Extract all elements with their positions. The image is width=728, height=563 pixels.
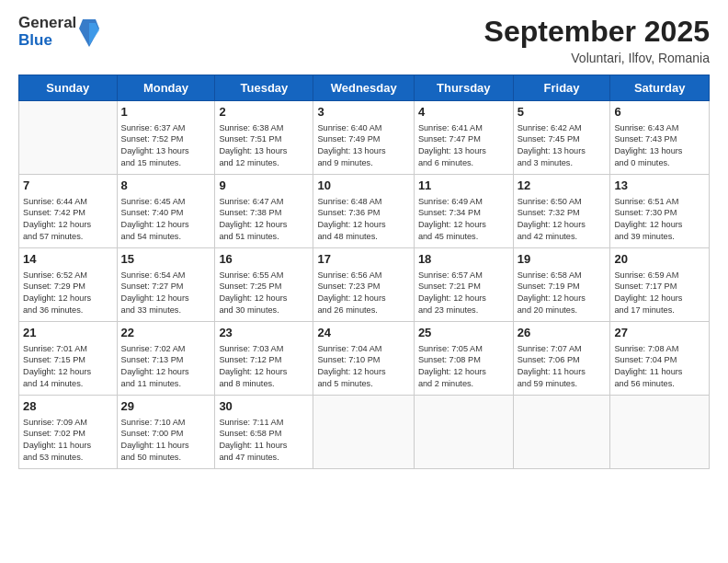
calendar-cell: 16Sunrise: 6:55 AMSunset: 7:25 PMDayligh… xyxy=(215,248,313,322)
day-number: 19 xyxy=(518,251,607,268)
calendar-cell: 28Sunrise: 7:09 AMSunset: 7:02 PMDayligh… xyxy=(19,396,118,469)
day-number: 3 xyxy=(317,104,409,121)
calendar-cell: 29Sunrise: 7:10 AMSunset: 7:00 PMDayligh… xyxy=(117,396,215,469)
day-info: Sunrise: 7:10 AMSunset: 7:00 PMDaylight:… xyxy=(121,417,211,464)
day-number: 20 xyxy=(614,251,705,268)
day-info: Sunrise: 6:42 AMSunset: 7:45 PMDaylight:… xyxy=(518,122,607,169)
day-number: 25 xyxy=(418,325,509,341)
calendar-table: Sunday Monday Tuesday Wednesday Thursday… xyxy=(18,75,710,469)
day-info: Sunrise: 6:54 AMSunset: 7:27 PMDaylight:… xyxy=(121,270,211,316)
day-info: Sunrise: 6:47 AMSunset: 7:38 PMDaylight:… xyxy=(219,196,309,243)
day-info: Sunrise: 6:49 AMSunset: 7:34 PMDaylight:… xyxy=(418,196,509,243)
day-number: 5 xyxy=(518,104,607,121)
calendar-cell: 30Sunrise: 7:11 AMSunset: 6:58 PMDayligh… xyxy=(215,396,313,469)
day-number: 6 xyxy=(614,104,705,121)
day-info: Sunrise: 6:38 AMSunset: 7:51 PMDaylight:… xyxy=(219,122,309,169)
day-info: Sunrise: 6:45 AMSunset: 7:40 PMDaylight:… xyxy=(121,196,211,243)
week-row-3: 14Sunrise: 6:52 AMSunset: 7:29 PMDayligh… xyxy=(19,248,710,322)
calendar-cell: 1Sunrise: 6:37 AMSunset: 7:52 PMDaylight… xyxy=(117,101,215,175)
col-friday: Friday xyxy=(513,75,610,101)
day-number: 22 xyxy=(121,325,211,341)
calendar-cell: 25Sunrise: 7:05 AMSunset: 7:08 PMDayligh… xyxy=(414,322,513,396)
calendar-cell: 7Sunrise: 6:44 AMSunset: 7:42 PMDaylight… xyxy=(19,175,118,248)
calendar-cell: 19Sunrise: 6:58 AMSunset: 7:19 PMDayligh… xyxy=(513,248,610,322)
calendar-cell: 9Sunrise: 6:47 AMSunset: 7:38 PMDaylight… xyxy=(215,175,313,248)
day-info: Sunrise: 7:04 AMSunset: 7:10 PMDaylight:… xyxy=(317,343,409,390)
day-number: 23 xyxy=(219,325,309,341)
calendar-cell: 21Sunrise: 7:01 AMSunset: 7:15 PMDayligh… xyxy=(19,322,118,396)
calendar-cell xyxy=(313,396,414,469)
day-number: 15 xyxy=(121,251,211,268)
calendar-cell: 11Sunrise: 6:49 AMSunset: 7:34 PMDayligh… xyxy=(414,175,513,248)
day-info: Sunrise: 6:43 AMSunset: 7:43 PMDaylight:… xyxy=(614,122,705,169)
day-number: 11 xyxy=(418,178,509,194)
day-number: 30 xyxy=(219,398,309,415)
logo-line2: Blue xyxy=(18,32,76,50)
calendar-cell: 14Sunrise: 6:52 AMSunset: 7:29 PMDayligh… xyxy=(19,248,118,322)
week-row-4: 21Sunrise: 7:01 AMSunset: 7:15 PMDayligh… xyxy=(19,322,710,396)
day-number: 18 xyxy=(418,251,509,268)
calendar-cell: 20Sunrise: 6:59 AMSunset: 7:17 PMDayligh… xyxy=(610,248,710,322)
day-number: 17 xyxy=(317,251,409,268)
day-info: Sunrise: 6:58 AMSunset: 7:19 PMDaylight:… xyxy=(518,270,607,316)
week-row-5: 28Sunrise: 7:09 AMSunset: 7:02 PMDayligh… xyxy=(19,396,710,469)
day-number: 14 xyxy=(23,251,113,268)
calendar-cell xyxy=(610,396,710,469)
calendar-cell: 24Sunrise: 7:04 AMSunset: 7:10 PMDayligh… xyxy=(313,322,414,396)
day-info: Sunrise: 6:44 AMSunset: 7:42 PMDaylight:… xyxy=(23,196,113,243)
col-thursday: Thursday xyxy=(414,75,513,101)
day-info: Sunrise: 6:50 AMSunset: 7:32 PMDaylight:… xyxy=(518,196,607,243)
calendar-cell: 26Sunrise: 7:07 AMSunset: 7:06 PMDayligh… xyxy=(513,322,610,396)
calendar-cell: 2Sunrise: 6:38 AMSunset: 7:51 PMDaylight… xyxy=(215,101,313,175)
calendar-cell: 23Sunrise: 7:03 AMSunset: 7:12 PMDayligh… xyxy=(215,322,313,396)
calendar-cell: 22Sunrise: 7:02 AMSunset: 7:13 PMDayligh… xyxy=(117,322,215,396)
day-info: Sunrise: 6:52 AMSunset: 7:29 PMDaylight:… xyxy=(23,270,113,316)
title-block: September 2025 Voluntari, Ilfov, Romania xyxy=(484,15,710,65)
col-monday: Monday xyxy=(117,75,215,101)
calendar-cell: 27Sunrise: 7:08 AMSunset: 7:04 PMDayligh… xyxy=(610,322,710,396)
day-info: Sunrise: 6:56 AMSunset: 7:23 PMDaylight:… xyxy=(317,270,409,316)
day-number: 27 xyxy=(614,325,705,341)
day-info: Sunrise: 7:03 AMSunset: 7:12 PMDaylight:… xyxy=(219,343,309,390)
day-number: 13 xyxy=(614,178,705,194)
day-info: Sunrise: 6:51 AMSunset: 7:30 PMDaylight:… xyxy=(614,196,705,243)
calendar-cell: 3Sunrise: 6:40 AMSunset: 7:49 PMDaylight… xyxy=(313,101,414,175)
day-info: Sunrise: 7:09 AMSunset: 7:02 PMDaylight:… xyxy=(23,417,113,464)
day-info: Sunrise: 7:11 AMSunset: 6:58 PMDaylight:… xyxy=(219,417,309,464)
week-row-1: 1Sunrise: 6:37 AMSunset: 7:52 PMDaylight… xyxy=(19,101,710,175)
day-number: 16 xyxy=(219,251,309,268)
day-info: Sunrise: 6:41 AMSunset: 7:47 PMDaylight:… xyxy=(418,122,509,169)
calendar-cell: 5Sunrise: 6:42 AMSunset: 7:45 PMDaylight… xyxy=(513,101,610,175)
calendar-cell xyxy=(414,396,513,469)
calendar-cell: 18Sunrise: 6:57 AMSunset: 7:21 PMDayligh… xyxy=(414,248,513,322)
day-number: 4 xyxy=(418,104,509,121)
day-number: 29 xyxy=(121,398,211,415)
header: General Blue September 2025 Voluntari, I… xyxy=(18,15,710,65)
day-info: Sunrise: 6:40 AMSunset: 7:49 PMDaylight:… xyxy=(317,122,409,169)
day-number: 24 xyxy=(317,325,409,341)
col-sunday: Sunday xyxy=(19,75,118,101)
day-info: Sunrise: 7:07 AMSunset: 7:06 PMDaylight:… xyxy=(518,343,607,390)
calendar-cell: 13Sunrise: 6:51 AMSunset: 7:30 PMDayligh… xyxy=(610,175,710,248)
day-number: 7 xyxy=(23,178,113,194)
calendar-header-row: Sunday Monday Tuesday Wednesday Thursday… xyxy=(19,75,710,101)
day-number: 10 xyxy=(317,178,409,194)
day-number: 28 xyxy=(23,398,113,415)
day-info: Sunrise: 6:59 AMSunset: 7:17 PMDaylight:… xyxy=(614,270,705,316)
day-info: Sunrise: 7:05 AMSunset: 7:08 PMDaylight:… xyxy=(418,343,509,390)
day-number: 1 xyxy=(121,104,211,121)
day-info: Sunrise: 6:48 AMSunset: 7:36 PMDaylight:… xyxy=(317,196,409,243)
calendar-cell xyxy=(19,101,118,175)
day-number: 2 xyxy=(219,104,309,121)
day-info: Sunrise: 7:08 AMSunset: 7:04 PMDaylight:… xyxy=(614,343,705,390)
calendar-cell: 8Sunrise: 6:45 AMSunset: 7:40 PMDaylight… xyxy=(117,175,215,248)
page: General Blue September 2025 Voluntari, I… xyxy=(0,0,728,563)
day-info: Sunrise: 7:02 AMSunset: 7:13 PMDaylight:… xyxy=(121,343,211,390)
day-number: 21 xyxy=(23,325,113,341)
day-info: Sunrise: 6:37 AMSunset: 7:52 PMDaylight:… xyxy=(121,122,211,169)
calendar-cell: 15Sunrise: 6:54 AMSunset: 7:27 PMDayligh… xyxy=(117,248,215,322)
month-title: September 2025 xyxy=(484,15,710,49)
calendar-cell: 6Sunrise: 6:43 AMSunset: 7:43 PMDaylight… xyxy=(610,101,710,175)
calendar-cell xyxy=(513,396,610,469)
day-number: 9 xyxy=(219,178,309,194)
